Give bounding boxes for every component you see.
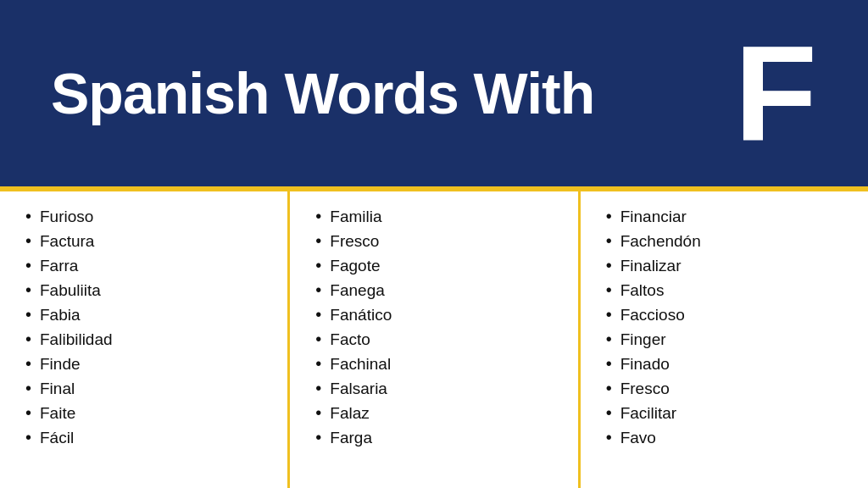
list-item: Fachendón bbox=[606, 231, 848, 251]
header-letter: F bbox=[734, 25, 817, 161]
list-item: Finger bbox=[606, 330, 848, 349]
list-item: Fresco bbox=[606, 379, 848, 398]
list-item: Fresco bbox=[315, 231, 557, 251]
list-item: Farra bbox=[25, 256, 267, 275]
list-item: Fácil bbox=[25, 428, 267, 447]
header-title: Spanish Words With bbox=[51, 60, 594, 126]
list-item: Facto bbox=[315, 330, 557, 349]
list-item: Factura bbox=[25, 231, 267, 251]
list-item: Farga bbox=[315, 428, 557, 447]
list-item: Familia bbox=[315, 207, 557, 226]
list-item: Fanega bbox=[315, 280, 557, 300]
list-item: Furioso bbox=[25, 207, 267, 226]
word-column-1: FuriosoFacturaFarraFabuliitaFabiaFalibil… bbox=[0, 191, 290, 488]
list-item: Favo bbox=[606, 428, 848, 447]
word-list-2: FamiliaFrescoFagoteFanegaFanáticoFactoFa… bbox=[315, 207, 557, 447]
word-list-1: FuriosoFacturaFarraFabuliitaFabiaFalibil… bbox=[25, 207, 267, 447]
list-item: Faltos bbox=[606, 280, 848, 300]
word-column-2: FamiliaFrescoFagoteFanegaFanáticoFactoFa… bbox=[290, 191, 580, 488]
list-item: Facilitar bbox=[606, 403, 848, 423]
list-item: Falaz bbox=[315, 403, 557, 423]
list-item: Fagote bbox=[315, 256, 557, 275]
word-column-3: FinanciarFachendónFinalizarFaltosFaccios… bbox=[581, 191, 868, 488]
list-item: Financiar bbox=[606, 207, 848, 226]
list-item: Fachinal bbox=[315, 354, 557, 374]
content-area: FuriosoFacturaFarraFabuliitaFabiaFalibil… bbox=[0, 191, 868, 488]
list-item: Fabuliita bbox=[25, 280, 267, 300]
list-item: Finado bbox=[606, 354, 848, 374]
word-list-3: FinanciarFachendónFinalizarFaltosFaccios… bbox=[606, 207, 848, 447]
list-item: Fabia bbox=[25, 305, 267, 324]
list-item: Falibilidad bbox=[25, 330, 267, 349]
list-item: Finalizar bbox=[606, 256, 848, 275]
header: Spanish Words With F bbox=[0, 0, 868, 186]
list-item: Final bbox=[25, 379, 267, 398]
list-item: Falsaria bbox=[315, 379, 557, 398]
list-item: Finde bbox=[25, 354, 267, 374]
list-item: Faite bbox=[25, 403, 267, 423]
list-item: Fanático bbox=[315, 305, 557, 324]
list-item: Faccioso bbox=[606, 305, 848, 324]
